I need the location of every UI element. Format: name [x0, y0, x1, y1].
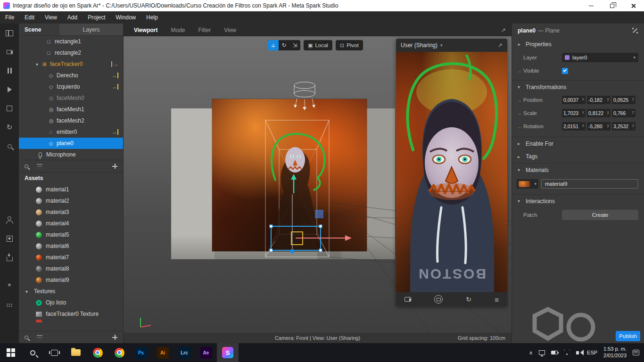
tab-layers[interactable]: Layers: [59, 24, 123, 35]
scene-item-rectangle1[interactable]: □ rectangle1: [19, 36, 123, 47]
rotate-tool-button[interactable]: ↻: [279, 40, 289, 50]
photoshop-icon[interactable]: Ps: [130, 343, 152, 362]
filter-icon[interactable]: [37, 335, 42, 340]
taskbar-clock[interactable]: 1:53 p. m. 2/01/2023: [603, 346, 627, 359]
expand-caret-icon[interactable]: ▾: [36, 62, 42, 67]
create-patch-button[interactable]: Create: [562, 210, 638, 220]
expand-caret-icon[interactable]: ▾: [25, 289, 32, 294]
export-icon[interactable]: [0, 248, 19, 267]
keyboard-grid-icon[interactable]: [0, 296, 19, 315]
move-tool-button[interactable]: ↔ ↕: [268, 40, 279, 50]
patch-node[interactable]: [315, 210, 323, 218]
tab-viewport[interactable]: Viewport: [128, 27, 163, 33]
battery-icon[interactable]: [551, 351, 558, 354]
section-interactions[interactable]: ▾ Interactions: [512, 194, 644, 207]
language-indicator[interactable]: ESP: [587, 350, 597, 355]
actions-wand-icon[interactable]: [632, 27, 638, 34]
origin-point[interactable]: [290, 249, 295, 254]
menu-file[interactable]: File: [0, 11, 19, 24]
scene-item-facemesh2[interactable]: ◎ faceMesh2: [19, 115, 123, 126]
popout-preview-icon[interactable]: ↗: [498, 42, 503, 49]
illustrator-icon[interactable]: Ai: [152, 343, 173, 362]
rotation-x-field[interactable]: 2,0151x: [562, 122, 586, 131]
scale-z-field[interactable]: 0,766z: [612, 109, 636, 117]
asset-item-facetracker-texture[interactable]: faceTracker0 Texture: [19, 308, 123, 320]
layer-dropdown[interactable]: layer0 ▾: [562, 53, 638, 62]
scene-item-emitter0[interactable]: ∴ emitter0 →: [19, 126, 123, 138]
menu-mode[interactable]: Mode: [165, 27, 190, 33]
effects-icon[interactable]: *: [0, 277, 19, 296]
file-explorer-icon[interactable]: [65, 343, 87, 362]
add-asset-button[interactable]: [112, 335, 117, 340]
taskbar-search-icon[interactable]: [22, 343, 43, 362]
add-asset-icon[interactable]: [0, 229, 19, 248]
menu-filter[interactable]: Filter: [193, 27, 217, 33]
chevron-down-icon[interactable]: ▾: [440, 43, 443, 48]
menu-edit[interactable]: Edit: [19, 11, 40, 24]
viewport-canvas[interactable]: ↔ ↕ ↻ ⇲ ▣ Local ⊡ Pivot User (S: [124, 36, 512, 333]
capture-photo-icon[interactable]: [434, 295, 443, 304]
task-view-icon[interactable]: [43, 343, 65, 362]
spark-ar-icon[interactable]: S: [217, 343, 239, 362]
zoom-tool-icon[interactable]: [0, 137, 19, 156]
pause-icon[interactable]: [0, 61, 19, 80]
minimize-button[interactable]: [580, 0, 602, 11]
material-thumbnail-dropdown[interactable]: ▾: [517, 179, 538, 189]
asset-item-material2[interactable]: material2: [19, 195, 123, 206]
lightroom-icon[interactable]: Lrc: [173, 343, 195, 362]
menu-view[interactable]: View: [40, 11, 62, 24]
hidden-icons-button[interactable]: ∧: [529, 350, 533, 356]
rectangle-tool-icon[interactable]: [0, 99, 19, 118]
asset-item-material7[interactable]: material7: [19, 252, 123, 263]
asset-item-material8[interactable]: material8: [19, 263, 123, 274]
scale-y-field[interactable]: 0,8122y: [587, 109, 611, 117]
preview-camera-label[interactable]: User (Sharing): [401, 42, 438, 49]
filter-icon[interactable]: [37, 164, 42, 169]
patch-connector-icon[interactable]: →: [517, 98, 523, 103]
scene-item-microphone[interactable]: Microphone: [19, 149, 123, 160]
scene-item-facemesh0[interactable]: ◎ faceMesh0: [19, 92, 123, 104]
close-button[interactable]: [623, 0, 644, 11]
scene-item-izquierdo[interactable]: ◇ Izquierdo →: [19, 81, 123, 92]
position-x-field[interactable]: 0,0037x: [562, 96, 586, 104]
restart-icon[interactable]: ↻: [0, 118, 19, 137]
volume-icon[interactable]: [576, 351, 579, 354]
rotate-device-icon[interactable]: ↻: [466, 296, 471, 303]
position-y-field[interactable]: -0,182y: [587, 96, 611, 104]
video-record-icon[interactable]: [0, 42, 19, 61]
menu-project[interactable]: Project: [83, 11, 110, 24]
menu-add[interactable]: Add: [62, 11, 83, 24]
section-materials[interactable]: ▾ Materials: [512, 163, 644, 176]
popout-viewport-icon[interactable]: ↗: [501, 27, 506, 33]
scale-x-field[interactable]: 1,7023x: [562, 109, 586, 117]
publish-button[interactable]: Publish: [616, 331, 640, 341]
asset-item-ojo-listo[interactable]: Ojo listo: [19, 297, 123, 308]
asset-item-partial[interactable]: [36, 320, 42, 322]
add-object-button[interactable]: [112, 164, 117, 169]
pivot-button[interactable]: ⊡ Pivot: [336, 40, 363, 50]
scene-item-derecho[interactable]: ◇ Derecho →: [19, 70, 123, 81]
scale-tool-button[interactable]: ⇲: [289, 40, 300, 50]
scene-item-rectangle2[interactable]: □ rectangle2: [19, 47, 123, 58]
video-camera-icon[interactable]: [405, 297, 411, 302]
section-enable-for[interactable]: ▸ Enable For: [512, 137, 644, 150]
emitter-gizmo[interactable]: [294, 82, 315, 110]
material-name-field[interactable]: material9: [541, 179, 638, 189]
visible-checkbox[interactable]: [562, 68, 568, 74]
notifications-icon[interactable]: [633, 350, 639, 355]
maximize-button[interactable]: [602, 0, 623, 11]
menu-window[interactable]: Window: [111, 11, 141, 24]
asset-item-material4[interactable]: material4: [19, 218, 123, 229]
preview-menu-icon[interactable]: ≡: [495, 296, 499, 304]
rotation-z-field[interactable]: 3,2532z: [612, 122, 636, 131]
asset-item-material9[interactable]: material9: [19, 274, 123, 286]
scene-item-plane0-selected[interactable]: ◇ plane0: [19, 138, 123, 149]
section-properties[interactable]: ▾ Properties: [512, 38, 644, 51]
search-icon[interactable]: [25, 336, 28, 339]
asset-item-material5[interactable]: material5: [19, 229, 123, 240]
rotation-y-field[interactable]: -5,280y: [587, 122, 611, 131]
menu-view[interactable]: View: [218, 27, 242, 33]
local-space-button[interactable]: ▣ Local: [304, 40, 332, 50]
position-z-field[interactable]: 0,0525z: [612, 96, 636, 104]
after-effects-icon[interactable]: Ae: [195, 343, 217, 362]
